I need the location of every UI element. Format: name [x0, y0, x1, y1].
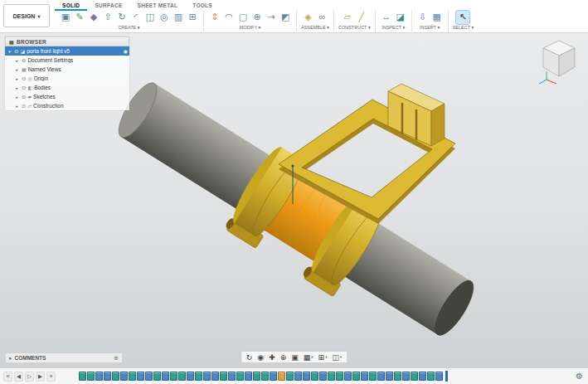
- tree-caret-icon[interactable]: ▸: [14, 85, 20, 90]
- timeline-feature-sketch[interactable]: [261, 372, 269, 381]
- timeline-feature-sketch[interactable]: [336, 372, 343, 381]
- timeline-end-marker[interactable]: [445, 371, 448, 382]
- timeline-feature-sketch[interactable]: [236, 372, 244, 381]
- timeline-feature-extrude[interactable]: [294, 372, 302, 381]
- browser-item-construction[interactable]: ▸⊙▱Construction: [5, 101, 129, 110]
- create-sketch-icon[interactable]: ✎: [73, 11, 86, 24]
- go-to-end-button[interactable]: »: [46, 372, 56, 382]
- browser-item-sketches[interactable]: ▸⊙▰Sketches: [5, 92, 129, 101]
- browser-item-document-settings[interactable]: ▸⚙Document Settings: [5, 56, 129, 65]
- timeline-feature-sketch[interactable]: [87, 372, 95, 381]
- timeline-feature-sketch[interactable]: [129, 372, 136, 381]
- browser-item-porta-front-light-v5[interactable]: ▾⊙◪porta front light v5◉: [5, 46, 129, 56]
- timeline-settings-gear-icon[interactable]: ⚙: [576, 372, 583, 381]
- cylinder-primitive-icon[interactable]: ⊞: [186, 11, 199, 24]
- viewports-icon[interactable]: ◫▾: [332, 353, 342, 362]
- assemble-new-component-icon[interactable]: ◈: [301, 11, 314, 24]
- workspace-selector[interactable]: DESIGN ▾: [3, 4, 50, 27]
- timeline-feature-sketch[interactable]: [178, 372, 186, 381]
- construction-axis-icon[interactable]: ╱: [355, 11, 368, 24]
- visibility-eye-icon[interactable]: ⊙: [22, 94, 26, 100]
- viewport[interactable]: ▤ BROWSER ▾⊙◪porta front light v5◉▸⚙Docu…: [0, 33, 588, 367]
- display-settings-icon[interactable]: ▦▾: [304, 353, 313, 362]
- toolbar-group-label-insert[interactable]: INSERT ▾: [420, 25, 440, 30]
- split-body-icon[interactable]: ◩: [279, 11, 292, 24]
- view-cube[interactable]: [535, 36, 583, 86]
- visibility-eye-icon[interactable]: ⊙: [22, 75, 26, 82]
- browser-item-origin[interactable]: ▸⊙◎Origin: [5, 74, 129, 83]
- sweep-icon[interactable]: ◜: [129, 11, 143, 24]
- timeline-feature-extrude[interactable]: [120, 372, 128, 381]
- visibility-eye-icon[interactable]: ⊙: [22, 85, 26, 91]
- timeline-feature-sketch[interactable]: [286, 372, 294, 381]
- timeline-feature-extrude[interactable]: [228, 372, 236, 381]
- tree-caret-icon[interactable]: ▸: [14, 95, 20, 100]
- measure-icon[interactable]: ↔: [380, 11, 393, 24]
- timeline-feature-extrude[interactable]: [187, 372, 194, 381]
- hole-icon[interactable]: ◎: [158, 11, 171, 24]
- timeline-feature-extrude[interactable]: [245, 372, 252, 381]
- offset-face-icon[interactable]: ⇢: [265, 11, 278, 24]
- loft-icon[interactable]: ◫: [143, 11, 157, 24]
- extrude-icon[interactable]: ⇧: [101, 11, 114, 24]
- timeline-feature-sketch[interactable]: [427, 372, 435, 381]
- timeline-feature-extrude[interactable]: [319, 372, 327, 381]
- pan-icon[interactable]: ✚: [269, 353, 275, 362]
- shell-icon[interactable]: ▢: [236, 11, 250, 24]
- create-form-icon[interactable]: ◆: [87, 11, 100, 24]
- timeline-feature-sketch[interactable]: [79, 372, 86, 381]
- timeline-feature-sketch[interactable]: [411, 372, 418, 381]
- fillet-icon[interactable]: ◠: [222, 11, 236, 24]
- revolve-icon[interactable]: ↻: [115, 11, 129, 24]
- timeline-feature-sketch[interactable]: [253, 372, 260, 381]
- timeline-feature-extrude[interactable]: [402, 372, 410, 381]
- insert-derive-icon[interactable]: ⇩: [416, 11, 430, 24]
- tree-caret-icon[interactable]: ▸: [14, 104, 20, 109]
- toolbar-group-label-create[interactable]: CREATE ▾: [118, 25, 139, 30]
- timeline-feature-extrude[interactable]: [104, 372, 111, 381]
- timeline-feature-extrude[interactable]: [211, 372, 219, 381]
- timeline-feature-sketch[interactable]: [369, 372, 377, 381]
- toolbar-group-label-assemble[interactable]: ASSEMBLE ▾: [301, 25, 329, 30]
- timeline-feature-sketch[interactable]: [394, 372, 401, 381]
- light-mount-bracket[interactable]: [388, 84, 445, 146]
- timeline-feature-extrude[interactable]: [95, 372, 103, 381]
- timeline-feature-plane[interactable]: [278, 372, 285, 381]
- timeline-feature-extrude[interactable]: [203, 372, 211, 381]
- browser-panel-header[interactable]: ▤ BROWSER: [5, 36, 129, 46]
- timeline-feature-extrude[interactable]: [137, 372, 144, 381]
- insert-mesh-icon[interactable]: ▦: [430, 11, 444, 24]
- timeline-feature-extrude[interactable]: [386, 372, 393, 381]
- press-pull-icon[interactable]: ⇕: [208, 11, 221, 24]
- timeline-feature-extrude[interactable]: [435, 372, 443, 381]
- tree-caret-icon[interactable]: ▸: [14, 58, 20, 63]
- zoom-icon[interactable]: ⊕: [280, 353, 287, 362]
- tree-caret-icon[interactable]: ▸: [14, 76, 20, 81]
- toolbar-group-label-inspect[interactable]: INSPECT ▾: [381, 25, 405, 30]
- orbit-icon[interactable]: ↻: [246, 353, 253, 362]
- section-analysis-icon[interactable]: ◪: [394, 11, 407, 24]
- tree-caret-icon[interactable]: ▸: [14, 67, 20, 72]
- add-comment-icon[interactable]: ⊕: [114, 355, 119, 362]
- timeline-feature-sketch[interactable]: [352, 372, 360, 381]
- timeline-feature-extrude[interactable]: [270, 372, 277, 381]
- fit-icon[interactable]: ▣: [291, 353, 299, 362]
- timeline-feature-extrude[interactable]: [145, 372, 153, 381]
- go-to-beginning-button[interactable]: «: [3, 372, 12, 382]
- step-forward-button[interactable]: ▶: [36, 372, 45, 382]
- grid-and-snaps-icon[interactable]: ⊞▾: [318, 353, 328, 362]
- timeline-feature-extrude[interactable]: [419, 372, 426, 381]
- step-back-button[interactable]: ◀: [14, 372, 23, 382]
- timeline-feature-sketch[interactable]: [220, 372, 227, 381]
- joint-icon[interactable]: ∞: [315, 11, 328, 24]
- timeline-feature-extrude[interactable]: [344, 372, 352, 381]
- visibility-eye-icon[interactable]: ⊙: [22, 103, 26, 109]
- box-primitive-icon[interactable]: ▥: [172, 11, 185, 24]
- activate-component-radio[interactable]: ◉: [124, 48, 128, 54]
- toolbar-group-label-construct[interactable]: CONSTRUCT ▾: [338, 25, 371, 30]
- browser-item-bodies[interactable]: ▸⊙◧Bodies: [5, 83, 129, 92]
- timeline-feature-extrude[interactable]: [361, 372, 368, 381]
- toolbar-group-label-modify[interactable]: MODIFY ▾: [240, 25, 261, 30]
- timeline-feature-sketch[interactable]: [195, 372, 202, 381]
- tree-caret-icon[interactable]: ▾: [7, 49, 12, 54]
